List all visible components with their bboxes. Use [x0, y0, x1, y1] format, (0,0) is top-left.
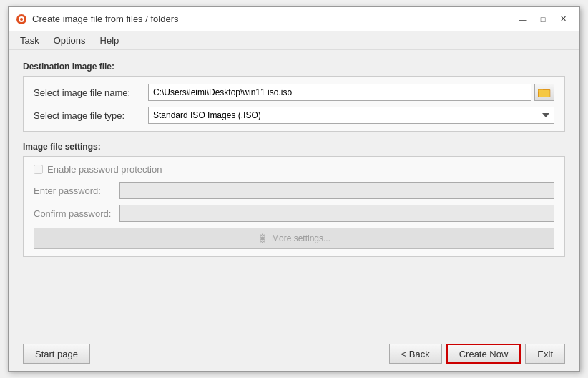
password-checkbox-row: Enable password protection — [34, 164, 554, 175]
content-area: Destination image file: Select image fil… — [9, 50, 579, 336]
create-now-button[interactable]: Create Now — [446, 344, 521, 364]
bottom-right-buttons: < Back Create Now Exit — [389, 344, 565, 364]
file-name-input[interactable] — [148, 84, 531, 101]
folder-icon — [538, 87, 551, 97]
menu-bar: Task Options Help — [9, 32, 579, 50]
browse-button[interactable] — [534, 84, 554, 101]
file-type-input-wrap: Standard ISO Images (.ISO) — [148, 107, 554, 124]
file-name-label: Select image file name: — [34, 87, 148, 98]
start-page-button[interactable]: Start page — [23, 344, 90, 364]
title-bar: Create image file from files / folders —… — [9, 7, 579, 32]
menu-task[interactable]: Task — [14, 33, 45, 48]
destination-section: Destination image file: Select image fil… — [23, 62, 565, 132]
file-name-input-wrap — [148, 84, 554, 101]
confirm-password-input[interactable] — [119, 205, 554, 222]
window-title: Create image file from files / folders — [32, 14, 178, 24]
destination-label: Destination image file: — [23, 62, 565, 72]
svg-point-2 — [20, 18, 23, 21]
svg-point-7 — [260, 237, 264, 241]
settings-label: Image file settings: — [23, 142, 565, 152]
back-button[interactable]: < Back — [389, 344, 442, 364]
gear-icon — [258, 233, 268, 243]
password-checkbox-label: Enable password protection — [47, 164, 162, 175]
menu-options[interactable]: Options — [48, 33, 92, 48]
file-name-row: Select image file name: — [34, 84, 554, 101]
confirm-password-row: Confirm password: — [34, 205, 554, 222]
enter-password-input[interactable] — [119, 182, 554, 199]
maximize-button[interactable]: □ — [534, 11, 552, 27]
destination-box: Select image file name: — [23, 76, 565, 132]
more-settings-label: More settings... — [272, 233, 330, 243]
svg-rect-5 — [539, 90, 550, 97]
more-settings-button: More settings... — [34, 228, 554, 249]
minimize-button[interactable]: — — [514, 11, 532, 27]
file-type-row: Select image file type: Standard ISO Ima… — [34, 107, 554, 124]
file-type-select[interactable]: Standard ISO Images (.ISO) — [148, 107, 554, 124]
bottom-bar: Start page < Back Create Now Exit — [9, 336, 579, 371]
enter-password-label: Enter password: — [34, 185, 119, 196]
enter-password-row: Enter password: — [34, 182, 554, 199]
settings-box: Enable password protection Enter passwor… — [23, 156, 565, 257]
exit-button[interactable]: Exit — [525, 344, 565, 364]
title-bar-left: Create image file from files / folders — [16, 14, 178, 25]
app-icon — [16, 14, 27, 25]
menu-help[interactable]: Help — [94, 33, 125, 48]
password-checkbox[interactable] — [34, 165, 43, 174]
settings-section: Image file settings: Enable password pro… — [23, 142, 565, 257]
file-type-label: Select image file type: — [34, 110, 148, 121]
title-buttons: — □ ✕ — [514, 11, 572, 27]
main-window: Create image file from files / folders —… — [8, 6, 580, 372]
confirm-password-label: Confirm password: — [34, 208, 119, 219]
close-button[interactable]: ✕ — [554, 11, 572, 27]
